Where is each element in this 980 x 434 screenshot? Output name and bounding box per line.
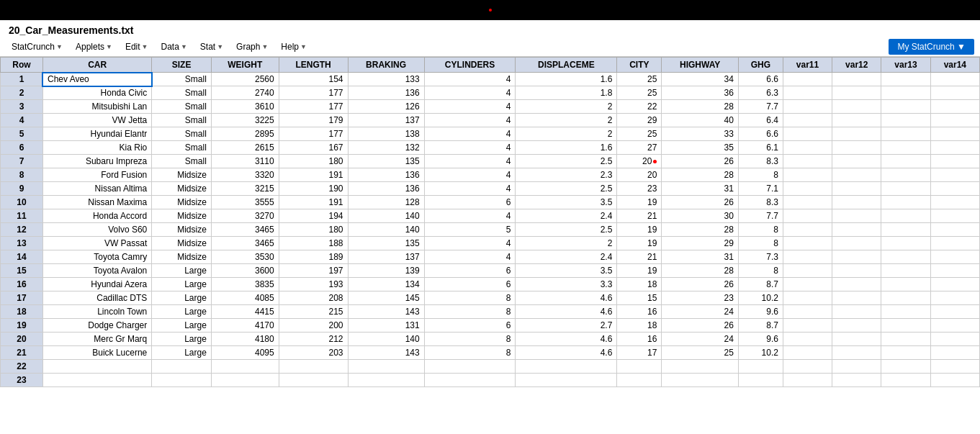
cell-var12[interactable]: [832, 319, 881, 333]
cell-var11[interactable]: [783, 141, 832, 155]
cell-length[interactable]: 180: [279, 223, 348, 237]
cell-var14[interactable]: [930, 360, 979, 374]
menu-data[interactable]: Data ▼: [156, 40, 193, 54]
cell-var13[interactable]: [881, 223, 930, 237]
cell-var12[interactable]: [832, 305, 881, 319]
cell-ghg[interactable]: 7.7: [738, 209, 783, 223]
cell-braking[interactable]: [348, 374, 424, 387]
cell-var11[interactable]: [783, 114, 832, 127]
cell-var11[interactable]: [783, 182, 832, 196]
cell-cylinders[interactable]: 6: [424, 319, 516, 333]
menu-help[interactable]: Help ▼: [275, 40, 313, 54]
cell-ghg[interactable]: 6.4: [738, 114, 783, 127]
cell-size[interactable]: [152, 374, 212, 387]
cell-length[interactable]: 191: [279, 168, 348, 182]
cell-city[interactable]: 25: [617, 86, 662, 100]
cell-highway[interactable]: 34: [662, 73, 738, 86]
cell-var12[interactable]: [832, 237, 881, 250]
cell-weight[interactable]: 3530: [211, 250, 279, 264]
cell-weight[interactable]: 3465: [211, 237, 279, 250]
cell-city[interactable]: 25: [617, 73, 662, 86]
cell-size[interactable]: Large: [152, 346, 212, 360]
menu-edit[interactable]: Edit ▼: [120, 40, 154, 54]
cell-var14[interactable]: [930, 127, 979, 141]
cell-var13[interactable]: [881, 182, 930, 196]
cell-car[interactable]: Chev Aveo: [42, 73, 151, 86]
cell-var11[interactable]: [783, 360, 832, 374]
cell-var13[interactable]: [881, 237, 930, 250]
cell-highway[interactable]: 25: [662, 346, 738, 360]
cell-cylinders[interactable]: 6: [424, 264, 516, 278]
cell-var14[interactable]: [930, 182, 979, 196]
cell-displacement[interactable]: 2.4: [516, 250, 617, 264]
cell-highway[interactable]: 29: [662, 237, 738, 250]
cell-ghg[interactable]: 6.6: [738, 127, 783, 141]
cell-cylinders[interactable]: 4: [424, 114, 516, 127]
cell-size[interactable]: Large: [152, 291, 212, 305]
cell-braking[interactable]: 137: [348, 250, 424, 264]
cell-weight[interactable]: 2615: [211, 141, 279, 155]
cell-var11[interactable]: [783, 100, 832, 114]
cell-weight[interactable]: 2560: [211, 73, 279, 86]
cell-cylinders[interactable]: 4: [424, 155, 516, 168]
cell-city[interactable]: 16: [617, 333, 662, 346]
table-row[interactable]: 22: [1, 360, 980, 374]
cell-ghg[interactable]: 9.6: [738, 305, 783, 319]
cell-car[interactable]: Honda Civic: [42, 86, 151, 100]
cell-braking[interactable]: 140: [348, 333, 424, 346]
cell-highway[interactable]: 33: [662, 127, 738, 141]
cell-var14[interactable]: [930, 319, 979, 333]
cell-displacement[interactable]: 3.5: [516, 196, 617, 209]
cell-displacement[interactable]: 3.5: [516, 264, 617, 278]
cell-weight[interactable]: 3610: [211, 100, 279, 114]
cell-var13[interactable]: [881, 86, 930, 100]
table-row[interactable]: 3Mitsubishi LanSmall36101771264222287.7: [1, 100, 980, 114]
cell-braking[interactable]: 140: [348, 209, 424, 223]
cell-ghg[interactable]: 8: [738, 264, 783, 278]
cell-braking[interactable]: 139: [348, 264, 424, 278]
cell-var12[interactable]: [832, 114, 881, 127]
cell-ghg[interactable]: 8: [738, 168, 783, 182]
cell-highway[interactable]: 26: [662, 155, 738, 168]
table-row[interactable]: 8Ford FusionMidsize332019113642.320288: [1, 168, 980, 182]
table-row[interactable]: 2Honda CivicSmall274017713641.825366.3: [1, 86, 980, 100]
table-row[interactable]: 9Nissan AltimaMidsize321519013642.523317…: [1, 182, 980, 196]
cell-var11[interactable]: [783, 291, 832, 305]
table-row[interactable]: 19Dodge ChargerLarge417020013162.718268.…: [1, 319, 980, 333]
cell-braking[interactable]: 138: [348, 127, 424, 141]
cell-city[interactable]: 20: [617, 155, 662, 168]
cell-ghg[interactable]: 10.2: [738, 291, 783, 305]
cell-displacement[interactable]: 4.6: [516, 333, 617, 346]
cell-displacement[interactable]: 2: [516, 114, 617, 127]
cell-weight[interactable]: 3110: [211, 155, 279, 168]
cell-size[interactable]: Midsize: [152, 209, 212, 223]
cell-var13[interactable]: [881, 250, 930, 264]
cell-length[interactable]: 197: [279, 264, 348, 278]
cell-var14[interactable]: [930, 346, 979, 360]
cell-var11[interactable]: [783, 196, 832, 209]
cell-var11[interactable]: [783, 264, 832, 278]
cell-var12[interactable]: [832, 182, 881, 196]
cell-city[interactable]: 27: [617, 141, 662, 155]
cell-braking[interactable]: 137: [348, 114, 424, 127]
cell-var11[interactable]: [783, 237, 832, 250]
cell-ghg[interactable]: 8.7: [738, 278, 783, 291]
cell-var12[interactable]: [832, 100, 881, 114]
cell-var14[interactable]: [930, 73, 979, 86]
cell-city[interactable]: 19: [617, 237, 662, 250]
cell-highway[interactable]: 28: [662, 100, 738, 114]
cell-car[interactable]: Merc Gr Marq: [42, 333, 151, 346]
menu-statcrunch[interactable]: StatCrunch ▼: [6, 40, 68, 54]
cell-length[interactable]: 215: [279, 305, 348, 319]
cell-weight[interactable]: 2895: [211, 127, 279, 141]
cell-highway[interactable]: 31: [662, 250, 738, 264]
cell-ghg[interactable]: 8: [738, 237, 783, 250]
cell-car[interactable]: Toyota Camry: [42, 250, 151, 264]
cell-braking[interactable]: 136: [348, 86, 424, 100]
cell-var13[interactable]: [881, 346, 930, 360]
cell-city[interactable]: 25: [617, 127, 662, 141]
cell-car[interactable]: Ford Fusion: [42, 168, 151, 182]
cell-city[interactable]: 19: [617, 264, 662, 278]
cell-ghg[interactable]: 7.3: [738, 250, 783, 264]
cell-length[interactable]: 190: [279, 182, 348, 196]
